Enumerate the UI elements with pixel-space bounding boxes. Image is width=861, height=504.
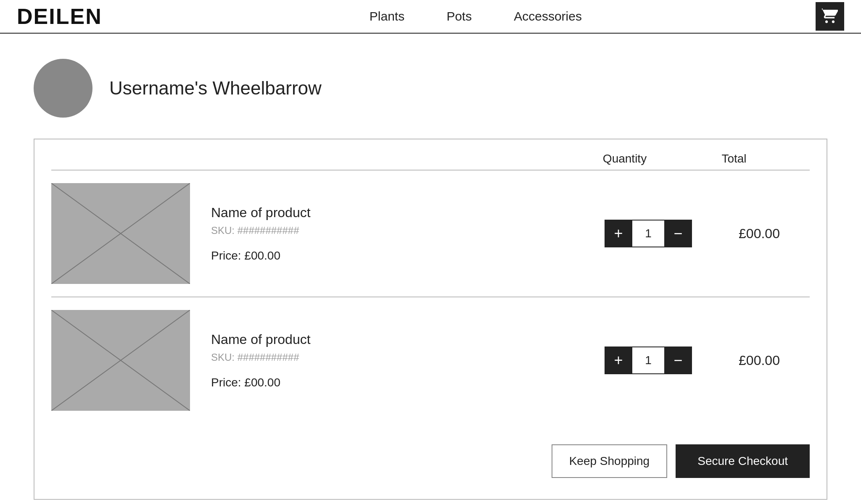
placeholder-image-2 (51, 310, 190, 411)
action-buttons: Keep Shopping Secure Checkout (51, 440, 810, 478)
user-section: Username's Wheelbarrow (34, 59, 827, 118)
product-sku-2: SKU: ########### (211, 352, 584, 363)
quantity-stepper-1: + 1 − (605, 220, 692, 247)
product-info-1: Name of product SKU: ########### Price: … (211, 205, 584, 262)
increment-button-2[interactable]: + (605, 347, 631, 373)
product-image-2 (51, 310, 190, 411)
site-header: DEILEN Plants Pots Accessories (0, 0, 861, 34)
cart-container: Quantity Total Name of product SKU: ####… (34, 139, 827, 500)
site-logo[interactable]: DEILEN (17, 4, 102, 29)
column-headers: Quantity Total (51, 152, 810, 165)
page-body: Username's Wheelbarrow Quantity Total Na… (0, 34, 861, 504)
increment-button-1[interactable]: + (605, 220, 631, 247)
decrement-button-2[interactable]: − (665, 347, 691, 373)
cart-button[interactable] (816, 2, 844, 31)
product-info-2: Name of product SKU: ########### Price: … (211, 332, 584, 389)
cart-icon (822, 8, 838, 24)
product-name-2: Name of product (211, 332, 584, 347)
main-nav: Plants Pots Accessories (136, 9, 816, 24)
placeholder-image-1 (51, 183, 190, 284)
product-name-1: Name of product (211, 205, 584, 220)
item-total-2: £00.00 (717, 353, 801, 368)
total-header: Total (684, 152, 784, 165)
quantity-header: Quantity (566, 152, 684, 165)
quantity-total-2: + 1 − £00.00 (605, 346, 810, 374)
quantity-total-1: + 1 − £00.00 (605, 220, 810, 247)
nav-plants[interactable]: Plants (370, 9, 404, 24)
quantity-stepper-2: + 1 − (605, 346, 692, 374)
secure-checkout-button[interactable]: Secure Checkout (676, 444, 810, 478)
nav-accessories[interactable]: Accessories (514, 9, 582, 24)
keep-shopping-button[interactable]: Keep Shopping (552, 444, 668, 478)
product-price-2: Price: £00.00 (211, 376, 584, 389)
cart-item: Name of product SKU: ########### Price: … (51, 170, 810, 297)
nav-pots[interactable]: Pots (446, 9, 472, 24)
product-sku-1: SKU: ########### (211, 225, 584, 236)
decrement-button-1[interactable]: − (665, 220, 691, 247)
page-title: Username's Wheelbarrow (109, 78, 322, 99)
product-price-1: Price: £00.00 (211, 249, 584, 262)
avatar (34, 59, 92, 118)
item-total-1: £00.00 (717, 226, 801, 242)
quantity-value-2: 1 (631, 347, 665, 373)
product-image-1 (51, 183, 190, 284)
cart-item: Name of product SKU: ########### Price: … (51, 297, 810, 423)
quantity-value-1: 1 (631, 220, 665, 247)
